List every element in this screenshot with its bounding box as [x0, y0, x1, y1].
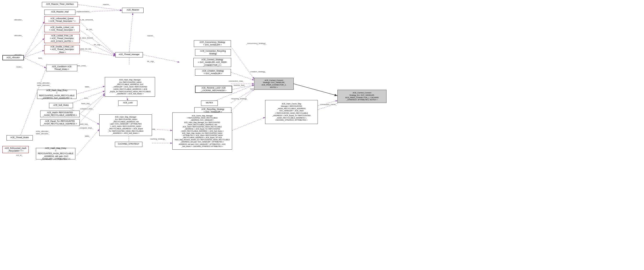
label-table1: table_ [85, 86, 90, 88]
label-compare-keys1: compare_keys_ [80, 108, 94, 110]
node-ace-thread-manager: ACE_Thread_Manager [115, 52, 143, 58]
node-ace-reactor-timer: ACE_Reactor_Timer_Interface [42, 2, 78, 7]
label-reactor1: reactor_ [103, 3, 110, 6]
label-creation-strategy: creation_strategy_ [250, 70, 266, 73]
node-ace-reverse-lock: ACE_Reverse_Lock< ACE _LOCKING_MECHANISM… [195, 86, 232, 93]
svg-line-29 [231, 88, 254, 103]
label-entry-alloc1: entry_allocator_ [37, 82, 51, 84]
label-hash-key1: hash_key_ [81, 102, 91, 104]
node-ace-locked-free-list: ACE_Locked_Free_List < ACE_Thread_Descri… [44, 34, 80, 43]
label-thr-list: thr_list_ [86, 28, 93, 30]
label-thr-mgr2: thr_mgr_ [147, 60, 155, 62]
svg-line-22 [127, 97, 128, 100]
node-ace-hash-map-manager1: ACE_Hash_Map_Manager _Ex< REFCOUNTED_HAS… [105, 77, 155, 97]
node-ace-hash-map-entry2: ACE_Hash_Map_Entry < REFCOUNTED_HASH_REC… [36, 148, 76, 160]
label-hash-key2: hash_key_ [80, 123, 89, 125]
node-ace-null-mutex: ACE_Null_Mutex [49, 103, 73, 108]
svg-line-8 [80, 50, 115, 56]
label-table2: table_ [85, 135, 90, 137]
node-ace-equal-to1: ACE_Equal_To< REFCOUNTED _HASH_RECYCLABL… [40, 119, 80, 126]
svg-line-3 [78, 4, 122, 10]
label-lock1: lock_ [38, 57, 43, 59]
node-caching-strategy: CACHING_STRATEGY [115, 142, 142, 147]
label-lock2: lock_ [84, 97, 89, 99]
label-table-alloc2: table_allocator_ [36, 132, 49, 135]
node-ace-reactor: ACE_Reactor [122, 8, 144, 13]
svg-line-27 [231, 47, 254, 79]
label-allocator1: allocator_ [14, 19, 23, 21]
svg-line-12 [24, 58, 46, 68]
svg-line-35 [232, 117, 265, 130]
svg-line-34 [232, 89, 254, 110]
label-caching-strategy: caching_strategy_ [150, 138, 166, 140]
node-ace-cached-connect1: ACE_Cached_Connect Strategy< SVC_HANDLER… [254, 78, 294, 90]
label-entry-alloc2: entry_allocator_ [36, 130, 50, 132]
node-ace-refcounted-hash: ACE_Refcounted_Hash _Recyclable< T > [2, 146, 29, 153]
svg-line-10 [24, 38, 44, 58]
diagram-container: reactor_ implementation_ thr_to_be_remov… [0, 0, 644, 270]
svg-line-13 [129, 13, 133, 52]
node-ace-double-linked-list1: ACE_Double_Linked_List < ACE_Thread_Desc… [44, 25, 80, 32]
label-compare-keys2: _compare_keys_ [78, 127, 93, 129]
svg-line-11 [24, 50, 44, 58]
label-mutex: mutex_ [16, 66, 22, 68]
label-ext-id2: ext_id_ [16, 154, 22, 156]
label-allocator2: allocator_ [14, 34, 23, 36]
node-ace-lock: ACE_Lock [118, 100, 137, 106]
label-concurrency-strategy: _concurrency_strategy_ [246, 42, 266, 44]
diagram-edges [0, 0, 644, 270]
svg-line-14 [20, 68, 46, 138]
label-reverse-lock: reverse_lock_ [234, 84, 246, 86]
svg-line-37 [294, 84, 338, 96]
node-ace-hash1: ACE_Hash< REFCOUNTED _HASH_RECYCLABLE_AD… [40, 110, 80, 117]
label-zero-cond: zero_cond_ [76, 65, 87, 67]
node-ace-hash-map-entry1: ACE_Hash_Map_Entry < REFCOUNTED_HASH_REC… [37, 90, 76, 99]
node-ace-double-linked-list2: ACE_Double_Linked_List < ACE_Thread_Desc… [44, 45, 80, 54]
node-ace-hash-map-manager2: ACE_Hash_Map_Manager _Ex< REFCOUNTED_HAS… [99, 114, 152, 136]
svg-line-19 [76, 129, 99, 156]
svg-line-26 [231, 72, 254, 80]
svg-line-6 [80, 30, 115, 55]
node-ace-concurrency-strategy: ACE_Concurrency_Strategy < SVC_HANDLER > [194, 40, 231, 47]
node-ace-cached-connect2: ACE_Cached_Connect Strategy_Ex< SVC_HAND… [338, 90, 386, 103]
node-ace-reactor-impl: ACE_Reactor_Impl [44, 10, 76, 15]
node-ace-thread-mutex: ACE_Thread_Mutex [6, 135, 33, 140]
label-recycling-strategy: recycling_strategy_ [231, 98, 248, 100]
node-ace-connect-strategy: ACE_Connect_Strategy < SVC_HANDLER, ACE_… [193, 58, 231, 67]
label-connection-cache: connection_cache_ [320, 104, 337, 106]
label-map: map_ [152, 128, 156, 130]
node-ace-condition: ACE_Condition< ACE Thread_Mutex > [46, 65, 77, 71]
label-table-alloc1: table_allocator_ [37, 84, 50, 86]
node-ace-connection-recycling: ACE_Connection_Recycling Strategy [195, 49, 231, 56]
node-ace-allocator: ACE_Allocator [2, 55, 24, 60]
svg-line-9 [24, 22, 44, 58]
label-thr-mgr1: thr_mgr_ [94, 44, 102, 46]
label-reactor2: reactor_ [147, 35, 154, 37]
node-ace-unbounded-queue: ACE_Unbounded_Queue < ACE_Thread_Descrip… [44, 16, 80, 24]
node-ace-cache-map-manager: ACE_Cache_Map_Manager < REFCOUNTED_HASH_… [172, 112, 232, 150]
svg-line-7 [80, 40, 115, 56]
label-implementation: implementation_ [76, 10, 91, 13]
node-ace-hash-cache-map: ACE_Hash_Cache_Map Manager< REFCOUNTED _… [265, 100, 318, 124]
svg-line-15 [76, 86, 105, 94]
label-connection-map: connection_map_ [229, 80, 244, 82]
node-ace-creation-strategy: ACE_Creation_Strategy < SVC_HANDLER > [195, 69, 231, 76]
node-mutex: MUTEX [201, 100, 218, 106]
